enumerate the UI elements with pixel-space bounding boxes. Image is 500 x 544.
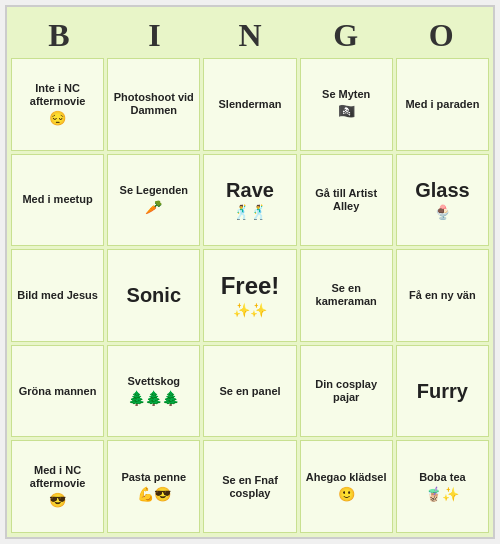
cell-text-b1: Inte i NC aftermovie xyxy=(15,82,100,108)
cell-b2: Med i meetup xyxy=(11,154,104,247)
cell-text-i4: Svettskog xyxy=(128,375,181,388)
cell-text-g4: Din cosplay pajar xyxy=(304,378,389,404)
cell-text-b3: Bild med Jesus xyxy=(17,289,98,302)
header-o: O xyxy=(397,17,485,54)
header-b: B xyxy=(15,17,103,54)
cell-text-g5: Ahegao klädsel xyxy=(306,471,387,484)
cell-i3: Sonic xyxy=(107,249,200,342)
cell-o2: Glass🍨 xyxy=(396,154,489,247)
cell-n1: Slenderman xyxy=(203,58,296,151)
cell-text-n2: Rave xyxy=(226,178,274,202)
cell-i4: Svettskog🌲🌲🌲 xyxy=(107,345,200,438)
cell-g3: Se en kameraman xyxy=(300,249,393,342)
bingo-grid: Inte i NC aftermovie😔Photoshoot vid Damm… xyxy=(11,58,489,533)
header-g: G xyxy=(302,17,390,54)
cell-b1: Inte i NC aftermovie😔 xyxy=(11,58,104,151)
cell-b4: Gröna mannen xyxy=(11,345,104,438)
cell-g2: Gå till Artist Alley xyxy=(300,154,393,247)
cell-emoji-i4: 🌲🌲🌲 xyxy=(128,390,179,407)
cell-text-o3: Få en ny vän xyxy=(409,289,476,302)
cell-text-b2: Med i meetup xyxy=(22,193,92,206)
cell-text-g1: Se Myten xyxy=(322,88,370,101)
cell-text-b5: Med i NC aftermovie xyxy=(15,464,100,490)
cell-emoji-n3: ✨✨ xyxy=(233,302,267,319)
cell-i1: Photoshoot vid Dammen xyxy=(107,58,200,151)
cell-emoji-o5: 🧋✨ xyxy=(425,486,459,503)
cell-text-n3: Free! xyxy=(221,272,280,301)
cell-text-o2: Glass xyxy=(415,178,469,202)
cell-g5: Ahegao klädsel🙂 xyxy=(300,440,393,533)
cell-emoji-i5: 💪😎 xyxy=(137,486,171,503)
cell-i2: Se Legenden🥕 xyxy=(107,154,200,247)
cell-o4: Furry xyxy=(396,345,489,438)
cell-text-i5: Pasta penne xyxy=(121,471,186,484)
cell-n2: Rave🕺🕺 xyxy=(203,154,296,247)
cell-text-i1: Photoshoot vid Dammen xyxy=(111,91,196,117)
cell-emoji-b5: 😎 xyxy=(49,492,66,509)
cell-emoji-g5: 🙂 xyxy=(338,486,355,503)
cell-emoji-b1: 😔 xyxy=(49,110,66,127)
header-n: N xyxy=(206,17,294,54)
cell-text-i3: Sonic xyxy=(127,283,181,307)
cell-n4: Se en panel xyxy=(203,345,296,438)
header-i: I xyxy=(110,17,198,54)
cell-text-o4: Furry xyxy=(417,379,468,403)
cell-text-i2: Se Legenden xyxy=(120,184,188,197)
cell-text-o1: Med i paraden xyxy=(405,98,479,111)
cell-g4: Din cosplay pajar xyxy=(300,345,393,438)
cell-emoji-i2: 🥕 xyxy=(145,199,162,216)
bingo-header: B I N G O xyxy=(11,11,489,58)
cell-text-b4: Gröna mannen xyxy=(19,385,97,398)
cell-emoji-o2: 🍨 xyxy=(434,204,451,221)
cell-text-n5: Se en Fnaf cosplay xyxy=(207,474,292,500)
cell-text-n4: Se en panel xyxy=(219,385,280,398)
cell-text-o5: Boba tea xyxy=(419,471,465,484)
cell-emoji-n2: 🕺🕺 xyxy=(233,204,267,221)
cell-i5: Pasta penne💪😎 xyxy=(107,440,200,533)
cell-text-n1: Slenderman xyxy=(219,98,282,111)
cell-b5: Med i NC aftermovie😎 xyxy=(11,440,104,533)
cell-text-g3: Se en kameraman xyxy=(304,282,389,308)
cell-g1: Se Myten🏴‍☠️ xyxy=(300,58,393,151)
bingo-card: B I N G O Inte i NC aftermovie😔Photoshoo… xyxy=(5,5,495,539)
cell-b3: Bild med Jesus xyxy=(11,249,104,342)
cell-o5: Boba tea🧋✨ xyxy=(396,440,489,533)
cell-text-g2: Gå till Artist Alley xyxy=(304,187,389,213)
cell-n3: Free!✨✨ xyxy=(203,249,296,342)
cell-n5: Se en Fnaf cosplay xyxy=(203,440,296,533)
cell-o3: Få en ny vän xyxy=(396,249,489,342)
cell-o1: Med i paraden xyxy=(396,58,489,151)
cell-emoji-g1: 🏴‍☠️ xyxy=(338,103,355,120)
